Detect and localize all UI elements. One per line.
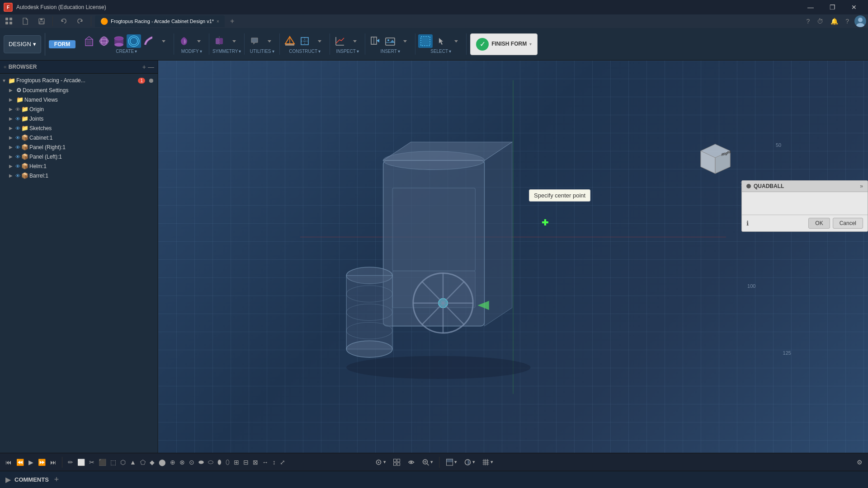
tree-item-sketches[interactable]: ▶ 👁 📁 Sketches	[0, 123, 158, 133]
finish-form-button[interactable]: ✓ FINISH FORM ▾	[470, 33, 538, 55]
timeline-end-icon[interactable]: ⏭	[48, 457, 58, 468]
restore-button[interactable]: ❐	[822, 0, 843, 14]
tl-tool-18[interactable]: ⊞	[232, 457, 241, 468]
view-cube[interactable]: Right	[696, 142, 735, 180]
notification-icon[interactable]: 🔔	[829, 16, 840, 27]
create-sphere-icon[interactable]	[97, 34, 111, 48]
tl-tool-15[interactable]: ⬭	[206, 456, 215, 468]
tl-tool-12[interactable]: ⊗	[178, 457, 187, 468]
insert-icon-1[interactable]	[368, 34, 382, 48]
tl-tool-21[interactable]: ↔	[260, 457, 270, 468]
tl-tool-4[interactable]: ⬛	[97, 457, 108, 468]
tl-tool-16[interactable]: ⬮	[216, 456, 223, 468]
close-button[interactable]: ✕	[844, 0, 864, 14]
display-mode-btn[interactable]: ▾	[443, 457, 460, 467]
create-torus-icon[interactable]	[127, 34, 141, 48]
tree-item-document-settings[interactable]: ▶ ⚙ Document Settings	[0, 85, 158, 95]
tl-tool-20[interactable]: ⊠	[251, 457, 260, 468]
inspect-icon-1[interactable]	[333, 34, 347, 48]
info-icon[interactable]: ?	[804, 16, 811, 27]
quadball-ok-button[interactable]: OK	[808, 218, 830, 229]
modify-icon-1[interactable]	[177, 34, 191, 48]
symmetry-section-label[interactable]: SYMMETRY ▾	[212, 49, 241, 54]
quadball-info-icon[interactable]: ℹ	[746, 220, 749, 227]
inspect-more-icon[interactable]	[348, 34, 362, 48]
tree-item-barrel[interactable]: ▶ 👁 📦 Barrel:1	[0, 171, 158, 180]
create-cylinder-icon[interactable]	[112, 34, 126, 48]
user-avatar[interactable]	[854, 15, 866, 27]
tl-tool-17[interactable]: ⬯	[224, 456, 231, 468]
tl-tool-11[interactable]: ⊕	[168, 457, 177, 468]
utilities-icon-1[interactable]	[247, 34, 262, 48]
new-tab-button[interactable]: +	[226, 15, 238, 27]
grid-display-btn[interactable]: ▾	[480, 457, 496, 467]
minimize-button[interactable]: —	[800, 0, 821, 14]
tree-item-panel-right[interactable]: ▶ 👁 📦 Panel (Right):1	[0, 142, 158, 152]
timeline-prev-icon[interactable]: ⏪	[14, 457, 26, 468]
create-section-label[interactable]: CREATE ▾	[116, 49, 137, 54]
construct-more-icon[interactable]	[312, 34, 327, 48]
tl-tool-2[interactable]: ⬜	[75, 457, 87, 468]
apps-icon[interactable]	[2, 14, 16, 28]
symmetry-more-icon[interactable]	[227, 34, 241, 48]
tl-tool-22[interactable]: ↕	[271, 457, 278, 468]
play-icon[interactable]: ▶	[4, 474, 13, 485]
zoom-btn[interactable]: ▾	[420, 457, 436, 467]
create-more-icon[interactable]	[156, 34, 171, 48]
create-pipe-icon[interactable]	[142, 34, 156, 48]
tree-item-panel-left[interactable]: ▶ 👁 📦 Panel (Left):1	[0, 152, 158, 161]
tl-tool-8[interactable]: ⬠	[138, 457, 147, 468]
utilities-section-label[interactable]: UTILITIES ▾	[250, 49, 274, 54]
joints-eye-icon[interactable]: 👁	[15, 116, 20, 122]
timeline-play-icon[interactable]: ▶	[27, 457, 35, 468]
tl-tool-10[interactable]: ⬤	[157, 457, 168, 468]
tl-tool-1[interactable]: ✏	[66, 457, 75, 468]
browser-collapse-icon[interactable]: —	[148, 63, 154, 70]
tl-tool-13[interactable]: ⊙	[187, 457, 196, 468]
select-section-label[interactable]: SELECT ▾	[430, 49, 451, 54]
grid-btn[interactable]	[391, 457, 403, 467]
panel-left-eye-icon[interactable]: 👁	[15, 154, 20, 160]
tl-tool-5[interactable]: ⬚	[108, 457, 118, 468]
orbit-btn[interactable]	[405, 457, 418, 467]
construct-section-label[interactable]: CONSTRUCT ▾	[289, 49, 321, 54]
construct-icon-1[interactable]	[283, 34, 297, 48]
settings-gear-icon[interactable]: ⚙	[855, 457, 864, 468]
sketches-eye-icon[interactable]: 👁	[15, 126, 20, 131]
tab-close-icon[interactable]: ×	[217, 19, 219, 24]
tree-item-cabinet[interactable]: ▶ 👁 📦 Cabinet:1	[0, 133, 158, 142]
insert-more-icon[interactable]	[398, 34, 412, 48]
tl-tool-6[interactable]: ⬡	[118, 457, 127, 468]
tl-tool-14[interactable]: ⬬	[197, 456, 206, 468]
timeline-next-icon[interactable]: ⏩	[36, 457, 47, 468]
design-button[interactable]: DESIGN ▾	[4, 35, 41, 53]
symmetry-icon-1[interactable]	[212, 34, 226, 48]
root-record-icon[interactable]: ⏺	[148, 77, 154, 84]
tree-root-item[interactable]: ▼ 📁 Frogtopus Racing - Arcade... 1 ⏺	[0, 75, 158, 85]
history-icon[interactable]: ⏱	[815, 16, 825, 27]
modify-section-label[interactable]: MODIFY ▾	[181, 49, 202, 54]
helm-eye-icon[interactable]: 👁	[15, 164, 20, 169]
select-more-icon[interactable]	[434, 34, 448, 48]
insert-photo-icon[interactable]	[383, 34, 397, 48]
utilities-more-icon[interactable]	[262, 34, 277, 48]
quadball-expand-icon[interactable]: »	[860, 183, 863, 189]
tl-tool-19[interactable]: ⊟	[241, 457, 250, 468]
tree-item-helm[interactable]: ▶ 👁 📦 Helm:1	[0, 161, 158, 171]
tl-tool-3[interactable]: ✂	[87, 457, 96, 468]
select-icon-1[interactable]	[418, 34, 433, 48]
snap-to-grid-btn[interactable]: ▾	[373, 457, 389, 467]
cabinet-eye-icon[interactable]: 👁	[15, 135, 20, 141]
tl-tool-7[interactable]: ▲	[128, 457, 138, 468]
undo-toolbar-icon[interactable]	[57, 14, 71, 28]
quadball-cancel-button[interactable]: Cancel	[833, 218, 863, 229]
file-icon[interactable]	[18, 14, 33, 28]
tree-item-origin[interactable]: ▶ 👁 📁 Origin	[0, 104, 158, 114]
panel-right-eye-icon[interactable]: 👁	[15, 145, 20, 150]
inspect-section-label[interactable]: INSPECT ▾	[336, 49, 359, 54]
redo-toolbar-icon[interactable]	[73, 14, 87, 28]
shading-btn[interactable]: ▾	[462, 457, 478, 467]
tl-tool-9[interactable]: ◆	[148, 457, 156, 468]
origin-eye-icon[interactable]: 👁	[15, 107, 20, 112]
3d-viewport[interactable]: 50 75 100 125 ✚	[158, 61, 868, 453]
